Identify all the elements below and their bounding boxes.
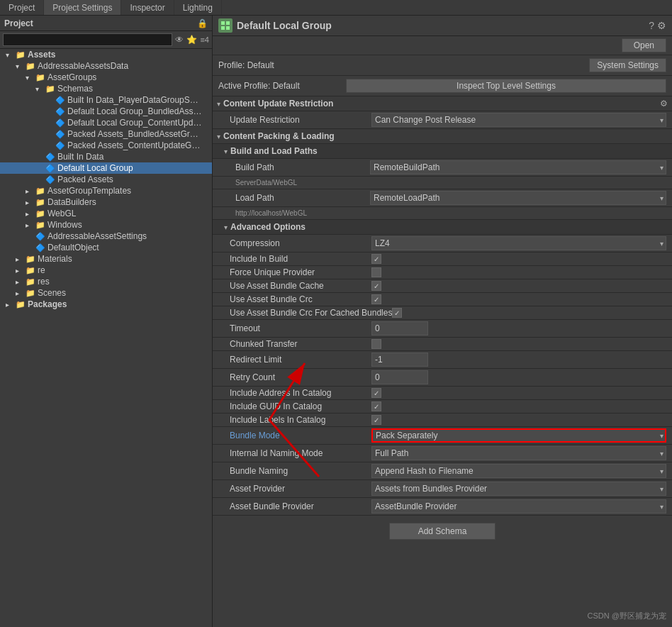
bundle-mode-label: Bundle Mode	[230, 431, 371, 440]
tree-item-scenes[interactable]: ▸ 📁 Scenes	[0, 287, 212, 299]
use-asset-bundle-cache-label: Use Asset Bundle Cache	[230, 281, 371, 291]
content-update-section-title: Content Update Restriction	[223, 99, 660, 109]
tree-item-default-local-bundled[interactable]: 🔷 Default Local Group_BundledAssetG...	[0, 106, 212, 117]
tree-label: Packed Assets_ContentUpdateGroupS...	[67, 140, 202, 150]
tree-item-webgl[interactable]: ▸ 📁 WebGL	[0, 208, 212, 219]
tree-item-databuilders[interactable]: ▸ 📁 DataBuilders	[0, 196, 212, 208]
tree-item-default-local-group[interactable]: 🔷 Default Local Group	[0, 162, 212, 174]
tab-project[interactable]: Project	[0, 0, 44, 15]
filter-icon[interactable]: ≡4	[200, 35, 209, 44]
advanced-options-title: Advanced Options	[230, 222, 306, 232]
star-icon[interactable]: ⭐	[186, 35, 197, 45]
help-icon[interactable]: ?	[649, 20, 654, 31]
tree-item-assetgroups[interactable]: ▾ 📁 AssetGroups	[0, 72, 212, 83]
open-button[interactable]: Open	[622, 38, 666, 52]
tree-item-packed-bundled[interactable]: 🔷 Packed Assets_BundledAssetGroupS...	[0, 128, 212, 140]
search-input[interactable]	[3, 33, 172, 46]
system-settings-button[interactable]: System Settings	[589, 58, 666, 72]
tree-item-defaultobject[interactable]: 🔷 DefaultObject	[0, 242, 212, 253]
redirect-limit-input[interactable]	[371, 353, 428, 367]
folder-icon: 📁	[16, 50, 26, 60]
active-profile-label: Active Profile: Default	[218, 81, 346, 91]
use-asset-bundle-cache-checkbox[interactable]: ✓	[371, 281, 381, 291]
svg-rect-0	[221, 21, 225, 25]
chunked-transfer-label: Chunked Transfer	[230, 339, 371, 349]
tree-item-materials[interactable]: ▸ 📁 Materials	[0, 253, 212, 265]
asset-icon: 🔷	[55, 96, 65, 105]
content-update-gear-icon[interactable]: ⚙	[660, 99, 668, 109]
tree-item-assets[interactable]: ▾ 📁 Assets	[0, 49, 212, 60]
tree-item-builtin-player[interactable]: 🔷 Built In Data_PlayerDataGroupSchem...	[0, 94, 212, 106]
update-restriction-dropdown[interactable]: Can Change Post Release	[371, 113, 666, 127]
timeout-input[interactable]	[371, 321, 428, 335]
asset-icon: 🔷	[45, 164, 55, 173]
svg-rect-3	[226, 26, 230, 30]
tree-item-packages[interactable]: ▸ 📁 Packages	[0, 299, 212, 310]
asset-bundle-provider-dropdown[interactable]: AssetBundle Provider	[371, 499, 666, 514]
inspect-top-level-button[interactable]: Inspect Top Level Settings	[346, 79, 666, 93]
tree-label: Built In Data_PlayerDataGroupSchem...	[67, 95, 202, 105]
asset-provider-dropdown[interactable]: Assets from Bundles Provider	[371, 482, 666, 496]
tree-label: WebGL	[47, 209, 76, 218]
tab-inspector[interactable]: Inspector	[121, 0, 174, 15]
tree-label: Default Local Group_ContentUpdate...	[67, 118, 202, 128]
load-path-dropdown[interactable]: RemoteLoadPath	[370, 191, 666, 205]
materials-arrow: ▸	[16, 255, 26, 263]
profile-label: Profile: Default	[218, 60, 274, 70]
tree-label: Materials	[38, 254, 72, 264]
tree-item-addressable-settings[interactable]: 🔷 AddressableAssetSettings	[0, 231, 212, 242]
tree-label: res	[38, 277, 50, 287]
build-path-dropdown[interactable]: RemoteBuildPath	[370, 160, 666, 174]
svg-rect-1	[226, 21, 230, 25]
tab-lighting[interactable]: Lighting	[174, 0, 222, 15]
tree-item-packed-assets[interactable]: 🔷 Packed Assets	[0, 174, 212, 185]
tree-item-assetgroup-templates[interactable]: ▸ 📁 AssetGroupTemplates	[0, 185, 212, 196]
compression-dropdown[interactable]: LZ4	[371, 236, 666, 250]
include-labels-catalog-checkbox[interactable]: ✓	[371, 415, 381, 425]
tree-item-windows[interactable]: ▸ 📁 Windows	[0, 219, 212, 231]
asset-icon: 🔷	[35, 232, 45, 241]
asset-icon: 🔷	[55, 107, 65, 116]
folder-icon: 📁	[26, 62, 35, 71]
group-icon	[218, 18, 233, 33]
tree-item-packed-content[interactable]: 🔷 Packed Assets_ContentUpdateGroupS...	[0, 140, 212, 151]
tree-label: AssetGroups	[47, 72, 96, 82]
use-asset-bundle-crc-checkbox[interactable]: ✓	[371, 294, 381, 304]
tree-item-res[interactable]: ▸ 📁 res	[0, 276, 212, 287]
include-labels-catalog-label: Include Labels In Catalog	[230, 415, 371, 425]
settings-icon[interactable]: ⚙	[657, 20, 666, 31]
use-crc-cached-checkbox[interactable]: ✓	[392, 308, 402, 318]
tree-item-default-local-content[interactable]: 🔷 Default Local Group_ContentUpdate...	[0, 117, 212, 128]
include-guid-catalog-label: Include GUID In Catalog	[230, 401, 371, 411]
bundle-naming-dropdown[interactable]: Append Hash to Filename	[371, 464, 666, 478]
internal-id-dropdown[interactable]: Full Path	[371, 446, 666, 460]
load-path-label: Load Path	[235, 193, 370, 203]
lock-icon[interactable]: 🔒	[197, 18, 208, 28]
asset-icon: 🔷	[55, 141, 65, 150]
include-address-catalog-checkbox[interactable]: ✓	[371, 388, 381, 398]
templates-arrow: ▸	[26, 187, 35, 195]
tree-item-schemas[interactable]: ▾ 📁 Schemas	[0, 83, 212, 94]
asset-icon: 🔷	[35, 243, 45, 253]
project-tree: ▾ 📁 Assets ▾ 📁 AddressableAssetsData ▾ 📁	[0, 49, 212, 627]
tree-item-addressable[interactable]: ▾ 📁 AddressableAssetsData	[0, 60, 212, 72]
include-in-build-checkbox[interactable]: ✓	[371, 254, 381, 264]
force-unique-checkbox[interactable]	[371, 267, 381, 277]
tree-label: AddressableAssetsData	[38, 61, 128, 71]
tab-project-settings[interactable]: Project Settings	[44, 0, 121, 15]
include-guid-catalog-checkbox[interactable]: ✓	[371, 401, 381, 411]
re-arrow: ▸	[16, 267, 26, 274]
tree-item-builtin-data[interactable]: 🔷 Built In Data	[0, 151, 212, 162]
use-asset-bundle-crc-label: Use Asset Bundle Crc	[230, 294, 371, 304]
eye-icon[interactable]: 👁	[175, 35, 184, 45]
tree-item-re[interactable]: ▸ 📁 re	[0, 265, 212, 276]
retry-count-input[interactable]	[371, 370, 428, 384]
update-restriction-label: Update Restriction	[230, 115, 371, 125]
chunked-transfer-checkbox[interactable]	[371, 339, 381, 349]
asset-icon: 🔷	[55, 118, 65, 128]
bundle-mode-dropdown[interactable]: Pack Separately	[371, 428, 666, 443]
asset-provider-label: Asset Provider	[230, 484, 371, 494]
add-schema-button[interactable]: Add Schema	[389, 523, 496, 540]
tree-label: AddressableAssetSettings	[47, 231, 147, 241]
asset-icon: 🔷	[45, 152, 55, 162]
